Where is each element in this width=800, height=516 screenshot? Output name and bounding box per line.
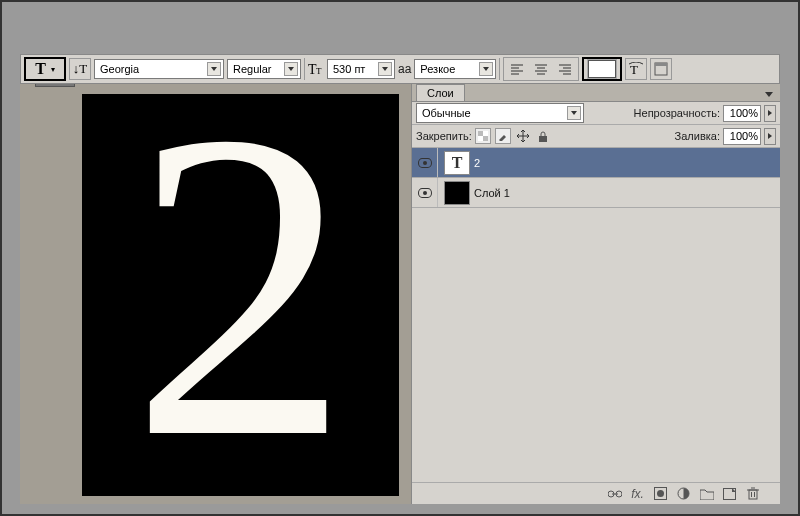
align-center-button[interactable]	[530, 58, 552, 80]
canvas-text-content: 2	[131, 120, 351, 470]
antialias-value: Резкое	[420, 63, 455, 75]
svg-rect-20	[539, 136, 547, 142]
chevron-down-icon	[479, 62, 493, 76]
font-size-dropdown[interactable]: 530 пт	[327, 59, 395, 79]
layer-list: T 2 Слой 1	[412, 148, 780, 482]
type-tool-icon: T	[35, 60, 46, 78]
blend-mode-dropdown[interactable]: Обычные	[416, 103, 584, 123]
text-orientation-button[interactable]: ↓T	[69, 58, 91, 80]
lock-icon	[538, 131, 548, 142]
type-layer-icon: T	[452, 154, 463, 172]
lock-all-button[interactable]	[535, 128, 551, 144]
align-center-icon	[535, 64, 548, 75]
brush-icon	[498, 131, 508, 141]
font-style-dropdown[interactable]: Regular	[227, 59, 301, 79]
layer-name: 2	[474, 157, 480, 169]
align-left-button[interactable]	[506, 58, 528, 80]
trash-icon	[747, 487, 759, 500]
eye-icon	[418, 188, 432, 198]
layer-footer: fx.	[412, 482, 780, 504]
antialias-icon: aa	[398, 62, 411, 76]
fx-icon: fx.	[631, 487, 644, 501]
separator	[304, 58, 305, 80]
font-family-dropdown[interactable]: Georgia	[94, 59, 224, 79]
warp-icon: T	[628, 62, 644, 76]
lock-transparency-button[interactable]	[475, 128, 491, 144]
warp-text-button[interactable]: T	[625, 58, 647, 80]
color-swatch	[588, 60, 616, 78]
chevron-down-icon: ▾	[51, 65, 55, 74]
new-layer-button[interactable]	[722, 486, 737, 501]
delete-layer-button[interactable]	[745, 486, 760, 501]
blend-opacity-row: Обычные Непрозрачность:	[412, 102, 780, 125]
panel-tabbar: Слои	[412, 84, 780, 102]
align-right-button[interactable]	[554, 58, 576, 80]
checker-icon	[478, 131, 488, 141]
text-align-group	[503, 57, 579, 81]
opacity-slider-button[interactable]	[764, 105, 776, 122]
layer-row[interactable]: Слой 1	[412, 178, 780, 208]
svg-point-25	[657, 490, 664, 497]
lock-position-button[interactable]	[515, 128, 531, 144]
layer-name: Слой 1	[474, 187, 510, 199]
link-icon	[608, 489, 622, 499]
link-layers-button[interactable]	[607, 486, 622, 501]
character-panel-button[interactable]	[650, 58, 672, 80]
font-size-icon: TT	[308, 61, 324, 77]
font-size-value: 530 пт	[333, 63, 365, 75]
font-style-value: Regular	[233, 63, 272, 75]
antialias-dropdown[interactable]: Резкое	[414, 59, 496, 79]
lock-buttons-group	[475, 128, 551, 144]
font-family-value: Georgia	[100, 63, 139, 75]
layer-row[interactable]: T 2	[412, 148, 780, 178]
text-color-swatch[interactable]	[582, 57, 622, 81]
chevron-down-icon	[378, 62, 392, 76]
fill-label: Заливка:	[675, 130, 720, 142]
folder-icon	[700, 488, 714, 500]
chevron-down-icon	[284, 62, 298, 76]
svg-rect-28	[749, 490, 757, 499]
svg-rect-19	[483, 136, 488, 141]
document-canvas[interactable]: 2	[82, 94, 399, 496]
layer-style-button[interactable]: fx.	[630, 486, 645, 501]
svg-text:T: T	[316, 66, 322, 76]
layers-panel: Слои Обычные Непрозрачность: Закрепить:	[411, 84, 780, 504]
opacity-label: Непрозрачность:	[634, 107, 720, 119]
align-right-icon	[559, 64, 572, 75]
layer-group-button[interactable]	[699, 486, 714, 501]
adjustment-layer-button[interactable]	[676, 486, 691, 501]
tab-layers[interactable]: Слои	[416, 84, 465, 101]
move-icon	[517, 130, 529, 142]
panel-icon	[654, 62, 668, 76]
separator	[499, 58, 500, 80]
fill-input[interactable]	[723, 128, 761, 145]
fill-slider-button[interactable]	[764, 128, 776, 145]
mask-icon	[654, 487, 667, 500]
svg-text:T: T	[630, 62, 638, 76]
orientation-icon: ↓T	[73, 61, 87, 77]
lock-fill-row: Закрепить: Заливка:	[412, 125, 780, 148]
scroll-indicator[interactable]	[35, 84, 75, 87]
visibility-toggle[interactable]	[412, 148, 438, 177]
layer-thumbnail[interactable]	[444, 181, 470, 205]
chevron-down-icon	[207, 62, 221, 76]
workspace: 2 Слои Обычные Непрозрачность: Закрепить…	[20, 84, 780, 504]
align-left-icon	[511, 64, 524, 75]
text-options-toolbar: T ▾ ↓T Georgia Regular TT 530 пт aa Резк…	[20, 54, 780, 84]
active-tool-button[interactable]: T ▾	[24, 57, 66, 81]
new-page-icon	[723, 488, 736, 500]
svg-rect-18	[478, 131, 483, 136]
canvas-area: 2	[20, 84, 411, 504]
blend-mode-value: Обычные	[422, 107, 471, 119]
lock-label: Закрепить:	[416, 130, 472, 142]
svg-rect-16	[655, 63, 667, 66]
chevron-down-icon	[567, 106, 581, 120]
layer-mask-button[interactable]	[653, 486, 668, 501]
eye-icon	[418, 158, 432, 168]
opacity-input[interactable]	[723, 105, 761, 122]
visibility-toggle[interactable]	[412, 178, 438, 207]
adjustment-icon	[677, 487, 690, 500]
panel-menu-button[interactable]	[761, 87, 777, 101]
lock-pixels-button[interactable]	[495, 128, 511, 144]
layer-thumbnail[interactable]: T	[444, 151, 470, 175]
